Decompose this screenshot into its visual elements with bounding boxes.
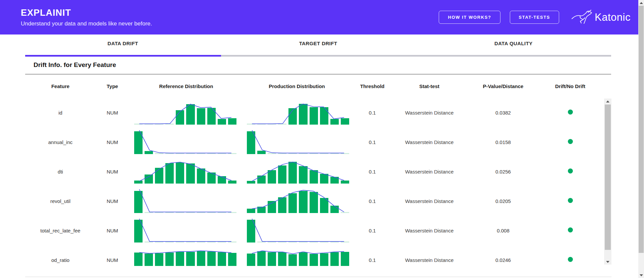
reference-distribution-chart xyxy=(134,159,236,184)
app-title: EXPLAINIT xyxy=(21,8,152,18)
threshold-value: 0.1 xyxy=(352,198,392,204)
tab-underline-active xyxy=(25,55,221,57)
page-scrollbar[interactable] xyxy=(638,0,644,278)
kde-line xyxy=(139,219,231,241)
reference-distribution-chart xyxy=(134,218,236,242)
p-value: 0.0158 xyxy=(466,139,540,145)
tab-underline-track xyxy=(25,55,611,57)
threshold-value: 0.1 xyxy=(352,110,392,116)
feature-name: total_rec_late_fee xyxy=(27,228,94,233)
threshold-value: 0.1 xyxy=(352,257,392,263)
p-value: 0.0256 xyxy=(466,169,540,175)
kde-line xyxy=(139,251,231,254)
column-header-production-distribution: Production Distribution xyxy=(241,83,352,89)
reference-distribution-chart xyxy=(134,189,236,213)
table-row: revol_util NUM 0.1 Wasserstein Distance … xyxy=(0,186,644,216)
drift-status-dot xyxy=(568,110,573,115)
feature-name: od_ratio xyxy=(27,257,94,263)
feature-type: NUM xyxy=(94,110,131,116)
column-header-type: Type xyxy=(94,83,131,89)
table-row: dti NUM 0.1 Wasserstein Distance 0.0256 xyxy=(0,157,644,186)
table-body: id NUM 0.1 Wasserstein Distance 0.0382 a… xyxy=(0,98,644,266)
production-distribution-chart xyxy=(247,248,349,266)
stat-test-name: Wasserstein Distance xyxy=(392,198,466,204)
production-distribution-chart xyxy=(247,189,349,213)
stat-tests-button[interactable]: STAT-TESTS xyxy=(510,11,559,24)
feature-name: dti xyxy=(27,169,94,175)
feature-name: revol_util xyxy=(27,198,94,204)
stat-test-name: Wasserstein Distance xyxy=(392,139,466,145)
drift-status-dot xyxy=(568,168,573,173)
table-row: total_rec_late_fee NUM 0.1 Wasserstein D… xyxy=(0,216,644,245)
production-distribution-chart xyxy=(247,100,349,125)
kde-line xyxy=(252,162,344,181)
reference-distribution-chart xyxy=(134,130,236,154)
kde-line xyxy=(252,130,344,153)
column-header-p-value: P-Value/Distance xyxy=(466,83,540,89)
drift-status-dot xyxy=(568,227,573,232)
kde-line xyxy=(139,162,231,181)
feature-type: NUM xyxy=(94,139,131,145)
bottom-divider xyxy=(25,277,611,277)
table-row: id NUM 0.1 Wasserstein Distance 0.0382 xyxy=(0,98,644,127)
app-header: EXPLAINIT Understand your data and model… xyxy=(0,0,644,34)
table-row: od_ratio NUM 0.1 Wasserstein Distance 0.… xyxy=(0,245,644,266)
katonic-logo: Katonic xyxy=(571,9,631,26)
reference-distribution-chart xyxy=(134,248,236,266)
stat-test-name: Wasserstein Distance xyxy=(392,110,466,116)
feature-name: id xyxy=(27,110,94,116)
drift-status-dot xyxy=(568,198,573,203)
tab-target-drift[interactable]: TARGET DRIFT xyxy=(220,34,416,57)
feature-name: annual_inc xyxy=(27,139,94,145)
feature-type: NUM xyxy=(94,228,131,233)
column-header-reference-distribution: Reference Distribution xyxy=(131,83,241,89)
scroll-up-icon[interactable] xyxy=(604,98,611,104)
table-row: annual_inc NUM 0.1 Wasserstein Distance … xyxy=(0,127,644,157)
threshold-value: 0.1 xyxy=(352,169,392,175)
production-distribution-chart xyxy=(247,130,349,154)
kde-line xyxy=(139,130,231,153)
tabs-bar: DATA DRIFT TARGET DRIFT DATA QUALITY xyxy=(0,34,644,57)
production-distribution-chart xyxy=(247,218,349,242)
stat-test-name: Wasserstein Distance xyxy=(392,169,466,175)
tab-data-drift[interactable]: DATA DRIFT xyxy=(25,34,220,57)
scroll-down-icon[interactable] xyxy=(604,259,611,265)
kangaroo-icon xyxy=(571,9,593,26)
feature-type: NUM xyxy=(94,257,131,263)
kde-line xyxy=(252,104,344,124)
how-it-works-button[interactable]: HOW IT WORKS? xyxy=(439,11,500,24)
title-block: EXPLAINIT Understand your data and model… xyxy=(21,8,152,27)
page-scroll-down-icon[interactable] xyxy=(638,272,644,278)
drift-status-dot xyxy=(568,257,573,262)
tab-data-quality[interactable]: DATA QUALITY xyxy=(416,34,611,57)
p-value: 0.008 xyxy=(466,228,540,233)
page-scrollbar-thumb[interactable] xyxy=(639,6,644,253)
column-header-stat-test: Stat-test xyxy=(392,83,466,89)
drift-status-dot xyxy=(568,139,573,144)
table-header: Feature Type Reference Distribution Prod… xyxy=(0,74,644,98)
section-title: Drift Info. for Every Feature xyxy=(34,61,644,69)
kde-line xyxy=(139,189,231,212)
p-value: 0.0246 xyxy=(466,257,540,263)
production-distribution-chart xyxy=(247,159,349,184)
table-scrollbar-thumb[interactable] xyxy=(605,105,611,250)
app-subtitle: Understand your data and models like nev… xyxy=(21,20,152,27)
reference-distribution-chart xyxy=(134,100,236,125)
threshold-value: 0.1 xyxy=(352,228,392,233)
kde-line xyxy=(252,219,344,241)
p-value: 0.0205 xyxy=(466,198,540,204)
threshold-value: 0.1 xyxy=(352,139,392,145)
column-header-feature: Feature xyxy=(27,83,94,89)
feature-type: NUM xyxy=(94,198,131,204)
column-header-drift: Drift/No Drift xyxy=(540,83,600,89)
kde-line xyxy=(252,190,344,212)
kde-line xyxy=(252,251,344,254)
feature-type: NUM xyxy=(94,169,131,175)
brand-name: Katonic xyxy=(595,11,631,23)
stat-test-name: Wasserstein Distance xyxy=(392,257,466,263)
page-scroll-up-icon[interactable] xyxy=(638,0,644,6)
table-scrollbar[interactable] xyxy=(604,98,611,265)
stat-test-name: Wasserstein Distance xyxy=(392,228,466,233)
column-header-threshold: Threshold xyxy=(352,83,392,89)
kde-line xyxy=(139,104,231,124)
